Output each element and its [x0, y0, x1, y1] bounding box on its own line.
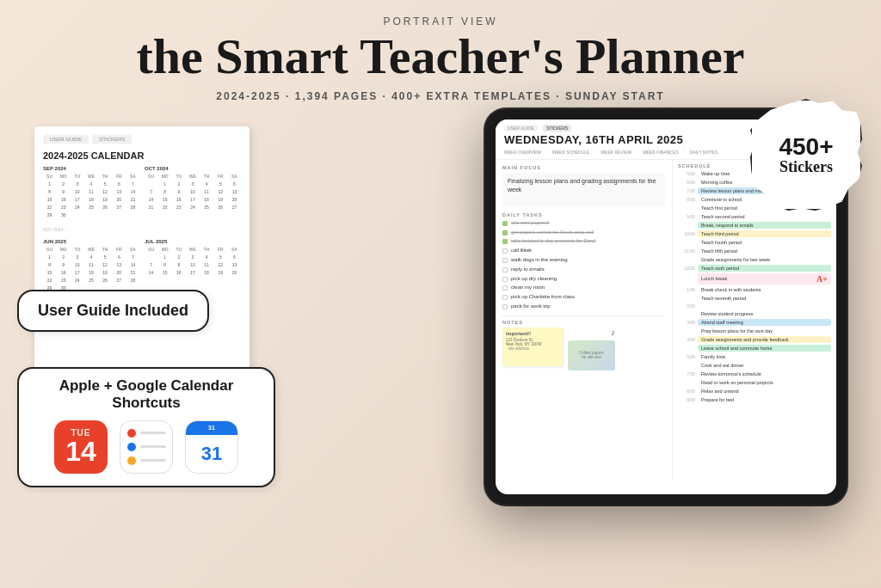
sep-grid: SU MO TU WE TH FR SA 1 2 3 4 5 6 — [43, 173, 139, 218]
sched-item-11: Grade assignments for last week — [678, 256, 831, 263]
task-text-1: site visit papers!! — [511, 220, 550, 227]
google-cal-date: 31 — [201, 443, 222, 465]
task-text-2: get papers sorted for Davis corp call — [511, 230, 594, 236]
paper-tab-userguide: USER GUIDE — [43, 135, 89, 144]
main-focus-label: MAIN FOCUS — [502, 165, 665, 170]
task-text-10: pack for work trip — [511, 303, 551, 310]
google-calendar-icon: 31 31 — [185, 420, 238, 474]
nav-week-finances[interactable]: WEEK FINANCES — [643, 149, 678, 156]
apple-calendar-icon: TUE 14 — [54, 420, 108, 474]
month-sep: SEP 2024 SU MO TU WE TH FR SA 1 2 3 — [43, 166, 139, 218]
more-months-hint: NOV 2024 ··· — [43, 227, 241, 232]
task-text-6: reply to emails — [511, 266, 545, 273]
notes-section: NOTES important!! 123 Dunluce St,New Yor… — [502, 315, 665, 371]
notes-content-row: important!! 123 Dunluce St,New York, NY … — [502, 328, 665, 371]
sched-item-9: Teach fourth period — [678, 239, 831, 246]
collect-papers-text: Collect papersfor site visit — [579, 351, 604, 359]
task-9: pick up Charlotte from class — [502, 294, 665, 301]
task-check-4[interactable] — [502, 248, 508, 254]
task-check-9[interactable] — [502, 295, 508, 300]
sched-item-25: Read or work on personal projects — [678, 379, 831, 386]
main-title: the Smart Teacher's Planner — [136, 31, 744, 83]
task-4: call lilitek — [502, 248, 665, 254]
sched-item-16: 2:00 — [678, 303, 831, 309]
main-container: PORTRAIT VIEW the Smart Teacher's Planne… — [0, 0, 881, 588]
sticker-badge: 450+ Stickers — [750, 99, 862, 211]
task-6: reply to emails — [502, 266, 665, 273]
sched-item-10: 11:00 Teach fifth period — [678, 248, 831, 254]
month-jun: JUN 2025 SU MO TU WE TH FR SA 1 2 3 — [43, 239, 139, 291]
task-check-1[interactable] — [502, 221, 508, 226]
jun-grid: SU MO TU WE TH FR SA 1 2 3 4 5 6 — [43, 246, 139, 291]
reminder-line-1 — [127, 429, 166, 438]
sticker-num: 450+ — [779, 135, 833, 159]
sched-item-23: Cook and eat dinner — [678, 362, 831, 369]
task-text-7: pick up dry cleaning — [511, 276, 557, 283]
calendar-shortcuts-badge: Apple + Google Calendar Shortcuts TUE 14 — [17, 367, 275, 487]
daily-tasks-section: DAILY TASKS site visit papers!! get pape… — [502, 212, 665, 310]
sched-item-13: Lunch break A+ — [678, 273, 831, 285]
nav-week-overview[interactable]: WEEK OVERVIEW — [504, 149, 541, 156]
paper-tabs: USER GUIDE STICKERS — [43, 135, 241, 144]
task-7: pick up dry cleaning — [502, 276, 665, 283]
sticker-word: Stickers — [779, 159, 833, 175]
google-cal-top: 31 — [186, 421, 237, 435]
task-check-2[interactable] — [502, 230, 508, 236]
sched-item-24: 7:00 Review tomorrow's schedule — [678, 371, 831, 377]
reminder-bar-1 — [140, 432, 166, 434]
notes-sticky-1: important!! 123 Dunluce St,New York, NY … — [502, 328, 563, 366]
task-text-4: call lilitek — [511, 248, 532, 254]
main-focus-text: Finalizing lesson plans and grading assi… — [508, 177, 660, 194]
planner-tabs: USER GUIDE STICKERS — [504, 125, 683, 132]
task-check-7[interactable] — [502, 277, 508, 282]
google-cal-num-container: 31 — [186, 435, 237, 473]
sched-item-18: 3:00 Attend staff meeting — [678, 319, 831, 326]
sched-item-27: 9:00 Prepare for bed — [678, 396, 831, 403]
task-10: pack for work trip — [502, 303, 665, 310]
paper-calendar-title: 2024-2025 CALENDAR — [43, 150, 241, 161]
task-check-5[interactable] — [502, 258, 508, 263]
task-check-10[interactable] — [502, 304, 508, 309]
reminder-line-2 — [127, 443, 166, 451]
reminder-bar-2 — [140, 445, 166, 448]
sched-item-21: Leave school and commute home — [678, 345, 831, 352]
sched-item-12: 12:00 Teach sixth period — [678, 265, 831, 272]
planner-left-col: MAIN FOCUS Finalizing lesson plans and g… — [496, 160, 673, 481]
calendar-icons-row: TUE 14 — [34, 420, 258, 474]
task-check-8[interactable] — [502, 285, 508, 291]
task-text-8: clean my room — [511, 285, 545, 291]
paper-tab-stickers: STICKERS — [92, 135, 132, 144]
sched-item-20: 4:00 Grade assignments and provide feedb… — [678, 336, 831, 343]
subtitle: PORTRAIT VIEW — [383, 15, 497, 28]
task-text-5: walk dogs in the evening — [511, 257, 568, 264]
google-cal-month: 31 — [208, 425, 215, 431]
reminder-dot-blue — [127, 443, 136, 451]
task-text-9: pick up Charlotte from class — [511, 294, 575, 301]
tagline: 2024-2025 · 1,394 PAGES · 400+ EXTRA TEM… — [216, 90, 664, 102]
nav-week-schedule[interactable]: WEEK SCHEDULE — [552, 149, 589, 156]
sched-item-8: 10:00 Teach third period — [678, 230, 831, 237]
sched-item-7: Break, respond to emails — [678, 222, 831, 229]
reminder-bar-3 — [140, 459, 166, 462]
user-guide-badge: User Guide Included — [17, 290, 209, 332]
sched-item-22: 5:00 Family time — [678, 353, 831, 360]
reminder-line-3 — [127, 456, 166, 465]
sched-item-26: 8:00 Relax and unwind — [678, 388, 831, 395]
reminder-dot-red — [127, 429, 136, 438]
calendar-shortcuts-title: Apple + Google Calendar Shortcuts — [34, 377, 258, 412]
content-area: USER GUIDE STICKERS 2024-2025 CALENDAR S… — [0, 118, 881, 522]
nav-week-review[interactable]: WEEK REVIEW — [601, 149, 631, 156]
planner-tab-stickers[interactable]: STICKERS — [543, 125, 571, 132]
sched-item-14: 1:00 Break check in with students — [678, 286, 831, 293]
music-note-icon: ♪ — [611, 328, 615, 337]
reminder-dot-yellow — [127, 456, 136, 465]
sched-item-6: 9:00 Teach second period — [678, 213, 831, 220]
nav-daily-notes[interactable]: DAILY NOTES — [690, 149, 718, 156]
task-check-6[interactable] — [502, 267, 508, 273]
sched-item-19: Prep lesson plans for the next day — [678, 328, 831, 334]
task-2: get papers sorted for Davis corp call — [502, 230, 665, 236]
jul-grid: SU MO TU WE TH FR SA 1 2 3 4 5 — [145, 246, 241, 276]
task-check-3[interactable] — [502, 239, 508, 244]
planner-tab-userguide[interactable]: USER GUIDE — [504, 125, 538, 132]
cal-day-num: 14 — [65, 438, 96, 465]
